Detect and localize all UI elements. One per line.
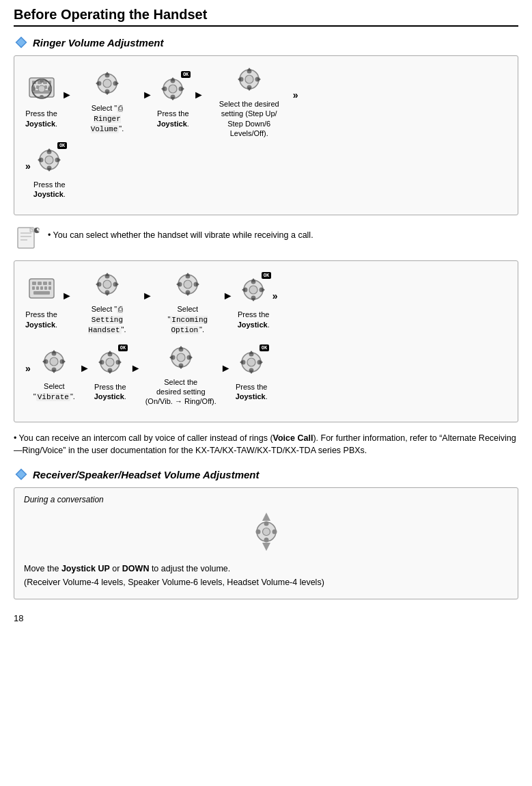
svg-point-93: [184, 280, 192, 288]
step-cell: OK Press theJoystick.: [236, 347, 268, 402]
ok-badge: OK: [181, 71, 191, 78]
ok-badge-s2-4: OK: [262, 272, 271, 279]
step-cell: OK Press theJoystick.: [157, 74, 189, 128]
section3-header: Receiver/Speaker/Headset Volume Adjustme…: [14, 467, 518, 482]
during-label: During a conversation: [24, 495, 508, 504]
step-cell: Select "IncomingOption".: [157, 269, 219, 335]
s2-step6-label: Press theJoystick.: [94, 382, 126, 402]
joystick-icon2: [234, 64, 264, 94]
svg-rect-72: [32, 286, 35, 290]
s2-step5-label: Select"Vibrate".: [33, 381, 75, 402]
svg-text:✎: ✎: [36, 228, 41, 234]
arrow2: ►: [142, 90, 153, 113]
double-arrow1: »: [293, 90, 298, 113]
svg-point-24: [103, 79, 111, 87]
svg-rect-149: [17, 470, 26, 479]
svg-point-143: [247, 358, 255, 366]
joy-icon-s2-7: [166, 342, 196, 372]
step-cell: OK Press theJoystick.: [94, 347, 126, 402]
joy-wrap-s2-3: [173, 269, 203, 301]
ok-joystick-wrap2: OK: [34, 145, 64, 177]
ok-keyboard-icon-wrap: OK: [158, 74, 188, 106]
ok-joy-wrap-s2-8: OK: [236, 347, 266, 379]
arrow-s2-2: ►: [142, 290, 153, 314]
svg-point-113: [50, 357, 58, 366]
section1-diagram: Press theJoystick. ► Select "⎙: [14, 55, 518, 215]
step-cell: Select "⎙Setting Handset".: [76, 269, 138, 336]
svg-point-17: [48, 87, 52, 91]
s2-step3-label: Select "IncomingOption".: [157, 304, 219, 335]
svg-rect-71: [48, 282, 51, 285]
diamond-icon: [14, 35, 29, 50]
ok-joystick-icon2: [34, 145, 64, 175]
move-text: Move the Joystick UP or DOWN to adjust t…: [24, 562, 508, 589]
double-arrow-s2-2: »: [25, 363, 31, 386]
joy-wrap-s2-2: [92, 269, 122, 301]
svg-rect-73: [36, 286, 39, 290]
keyboard-icon-wrap: [27, 74, 57, 106]
step5-label: Press theJoystick.: [33, 180, 66, 200]
note-icon: ✎: [14, 225, 41, 252]
bullet1-text: • You can receive an intercom call by vo…: [14, 433, 516, 456]
section1-row1: Press theJoystick. ► Select "⎙: [24, 64, 508, 138]
svg-point-44: [245, 75, 253, 83]
kb-icon-wrap-s2: [27, 275, 57, 307]
arrow-s2-3: ►: [223, 290, 234, 314]
ok-badge2: OK: [57, 142, 67, 149]
section2-row1: Press theJoystick. ► Select "⎙S: [24, 269, 508, 336]
svg-point-34: [169, 85, 177, 93]
svg-rect-77: [33, 291, 50, 295]
step-cell: Press theJoystick.: [25, 74, 57, 128]
s2-step1-label: Press theJoystick.: [25, 310, 57, 329]
joystick-updown-container: [24, 511, 508, 552]
ok-joy-icon-s2-6: [95, 347, 125, 377]
ok-joy-icon-s2-4: [238, 275, 268, 305]
arrow3: ►: [193, 90, 204, 113]
svg-rect-75: [44, 286, 47, 290]
note1-text: • You can select whether the handset wil…: [48, 225, 313, 242]
step-cell: Select "⎙ RingerVolume".: [76, 68, 138, 135]
svg-rect-74: [40, 286, 43, 290]
step3-label: Press theJoystick.: [157, 109, 189, 128]
double-arrow2: »: [25, 161, 31, 184]
arrow-s2-1: ►: [61, 290, 72, 314]
svg-point-16: [31, 87, 36, 91]
kb-icon-s2: [27, 275, 57, 305]
joystick-updown-icon: [249, 511, 283, 552]
section1-title: Ringer Volume Adjustment: [33, 37, 163, 49]
step-cell: Select thedesired setting(On/Vib. → Ring…: [145, 342, 216, 407]
svg-point-156: [272, 530, 277, 534]
svg-point-154: [264, 538, 268, 543]
ok-joy-wrap-s2-6: OK: [95, 347, 125, 379]
section3-title: Receiver/Speaker/Headset Volume Adjustme…: [33, 469, 260, 480]
svg-marker-150: [262, 513, 270, 521]
page-title: Before Operating the Handset: [14, 7, 518, 27]
ok-badge-s2-6: OK: [118, 344, 128, 351]
ok-badge-s2-8: OK: [260, 344, 269, 351]
step-cell: Select the desiredsetting (Step Up/Step …: [208, 64, 290, 138]
keyboard-icon: [27, 74, 57, 104]
note-box: ✎ • You can select whether the handset w…: [14, 225, 518, 252]
svg-point-157: [262, 528, 270, 536]
section1-row2: » OK Press theJoystick.: [24, 145, 508, 200]
svg-point-103: [249, 286, 257, 294]
s2-step4-label: Press theJoystick.: [238, 310, 270, 329]
joy-wrap-s2-7: [166, 342, 196, 375]
diamond-icon3: [14, 467, 29, 482]
svg-marker-151: [262, 543, 270, 551]
arrow-s2-5: ►: [79, 363, 90, 386]
svg-point-133: [177, 353, 185, 362]
joy-icon-s2-3: [173, 269, 203, 299]
svg-point-153: [264, 521, 268, 526]
joystick-icon-wrap: [92, 68, 122, 100]
bullet1-container: • You can receive an intercom call by vo…: [14, 432, 518, 458]
step4-label: Select the desiredsetting (Step Up/Step …: [208, 99, 290, 138]
joy-wrap-s2-5: [39, 347, 69, 379]
double-arrow-s2-1: »: [272, 290, 278, 314]
section2-diagram: Press theJoystick. ► Select "⎙S: [14, 260, 518, 422]
section2-row2: » Select"Vibrate". ►: [24, 342, 508, 407]
svg-point-15: [40, 95, 44, 99]
svg-rect-1: [17, 38, 26, 47]
arrow-s2-6: ►: [130, 363, 141, 386]
ok-keyboard-icon: [158, 74, 188, 104]
